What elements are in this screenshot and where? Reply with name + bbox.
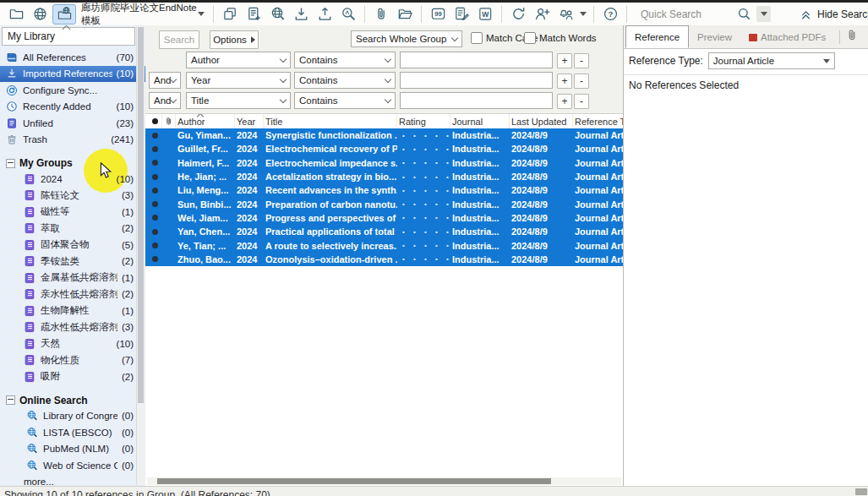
search-button[interactable]: Search (159, 30, 199, 49)
add-search-row-button[interactable]: + (557, 74, 572, 89)
online-item-lista-ebsco[interactable]: LISTA (EBSCO) (0) (0, 424, 145, 441)
tab-attached-pdfs[interactable]: Attached PDFs (740, 26, 834, 48)
open-shared-library-icon[interactable] (29, 5, 51, 24)
col-attachment[interactable] (162, 114, 176, 128)
group-item-萃取[interactable]: 萃取 (2) (0, 221, 145, 237)
open-library-icon[interactable] (5, 5, 27, 24)
col-year[interactable]: Year (235, 114, 264, 128)
group-item-疏水性低共熔溶剂[interactable]: 疏水性低共熔溶剂 (3) (0, 319, 145, 336)
quick-search-options-caret[interactable] (756, 6, 771, 22)
group-item-物化性质[interactable]: 物化性质 (7) (0, 352, 145, 369)
group-item-陈钰论文[interactable]: 陈钰论文 (3) (0, 188, 145, 204)
insert-citation-icon[interactable]: 99 (427, 5, 449, 24)
table-row[interactable]: Zhuo, Bao... 2024 Ozonolysis–oxidation-d… (145, 253, 623, 266)
field-select[interactable]: Author (186, 52, 291, 68)
group-item-天然[interactable]: 天然 (10) (0, 335, 145, 352)
search-scope-select[interactable]: Search Whole Group (351, 30, 462, 47)
table-row[interactable]: Haimerl, F... 2024 Electrochemical imped… (145, 156, 623, 170)
boolean-select[interactable]: And (149, 72, 181, 89)
operator-select[interactable]: Contains (294, 52, 396, 68)
activity-feed-icon[interactable] (554, 5, 576, 24)
add-search-row-button[interactable]: + (557, 53, 572, 68)
more-link[interactable]: more... (0, 474, 145, 487)
sidebar-item-recently-added[interactable]: Recently Added (10) (0, 99, 145, 116)
copy-references-icon[interactable] (219, 5, 241, 24)
format-bibliography-icon[interactable] (450, 5, 472, 24)
search-icon[interactable] (733, 5, 755, 24)
new-reference-icon[interactable] (243, 5, 265, 24)
online-search-icon[interactable] (266, 5, 288, 24)
shared-group-icon[interactable] (52, 4, 76, 25)
find-full-text-icon[interactable] (337, 5, 359, 24)
sidebar-item-all-references[interactable]: All References (70) (0, 49, 145, 66)
group-item-吸附[interactable]: 吸附 (2) (0, 368, 145, 385)
remove-search-row-button[interactable]: - (574, 94, 589, 109)
online-item-library-of-congress[interactable]: Library of Congress (0) (0, 408, 145, 425)
sidebar-item-unfiled[interactable]: Unfiled (23) (0, 115, 145, 132)
table-row[interactable]: Gu, Yiman... 2024 Synergistic functional… (145, 128, 623, 142)
online-item-web-of-science-co[interactable]: Web of Science Co... (0) (0, 457, 145, 474)
sidebar-item-trash[interactable]: Trash (241) (0, 132, 145, 149)
col-unread[interactable] (145, 114, 162, 128)
group-item-生物降解性[interactable]: 生物降解性 (1) (0, 303, 145, 319)
collapse-expander-icon[interactable] (6, 395, 15, 405)
table-row[interactable]: Ye, Tian; ... 2024 A route to selectivel… (145, 238, 623, 252)
attach-file-icon[interactable] (370, 5, 392, 24)
col-rating[interactable]: Rating (397, 114, 450, 128)
online-item-pubmed-nlm[interactable]: PubMed (NLM) (0) (0, 441, 145, 458)
sidebar-item-configure-sync[interactable]: Configure Sync... (0, 82, 145, 99)
online-search-header[interactable]: Online Search (0, 393, 145, 408)
table-row[interactable]: Wei, Jiam... 2024 Progress and perspecti… (145, 211, 623, 225)
operator-select[interactable]: Contains (294, 72, 396, 89)
export-icon[interactable] (314, 5, 336, 24)
match-words-checkbox[interactable] (524, 32, 536, 44)
tab-reference[interactable]: Reference (625, 25, 689, 48)
operator-select[interactable]: Contains (294, 92, 396, 109)
search-term-input[interactable] (400, 72, 553, 89)
quick-search-input[interactable] (639, 8, 731, 21)
group-item-固体聚合物[interactable]: 固体聚合物 (5) (0, 237, 145, 253)
col-reference-type[interactable]: Reference Ty (573, 114, 623, 128)
col-title[interactable]: Title (264, 114, 397, 128)
search-term-input[interactable] (400, 52, 553, 68)
horizontal-scrollbar[interactable] (147, 477, 621, 485)
sync-icon[interactable] (507, 5, 529, 24)
remove-search-row-button[interactable]: - (574, 74, 589, 89)
output-style-selector[interactable]: 廊坊师院毕业论文EndNote模板 (78, 5, 208, 24)
match-case-checkbox[interactable] (471, 32, 483, 44)
col-journal[interactable]: Journal (450, 114, 510, 128)
resize-grip[interactable] (855, 488, 867, 495)
search-term-input[interactable] (400, 92, 553, 109)
sidebar-scrollbar-thumb[interactable] (138, 27, 144, 403)
collapse-caret-icon[interactable] (63, 25, 71, 33)
tab-preview[interactable]: Preview (689, 26, 740, 48)
sidebar-scrollbar[interactable] (136, 26, 145, 485)
horizontal-scrollbar-thumb[interactable] (157, 478, 551, 484)
table-row[interactable]: Guillet, Fr... 2024 Electrochemical reco… (145, 142, 623, 155)
table-row[interactable]: Yan, Chen... 2024 Practical applications… (145, 225, 623, 238)
group-item-亲水性低共熔溶剂[interactable]: 亲水性低共熔溶剂 (2) (0, 286, 145, 303)
reference-type-select[interactable]: Journal Article (708, 52, 835, 69)
library-pane-header[interactable]: My Library (2, 27, 135, 46)
help-icon[interactable]: ? (599, 5, 621, 24)
import-icon[interactable] (290, 5, 312, 24)
my-groups-header[interactable]: My Groups (0, 155, 145, 171)
table-row[interactable]: He, Jian; ... 2024 Acetalization strateg… (145, 170, 623, 183)
word-cwyw-icon[interactable]: W (474, 5, 496, 24)
col-last-updated[interactable]: Last Updated (510, 114, 573, 128)
group-item-金属基低共熔溶剂[interactable]: 金属基低共熔溶剂 (1) (0, 270, 145, 286)
table-row[interactable]: Sun, Binbi... 2024 Preparation of carbon… (145, 197, 623, 210)
group-item-磁性等[interactable]: 磁性等 (1) (0, 204, 145, 221)
hide-search-panel-button[interactable]: Hide Search Panel (800, 8, 868, 20)
add-search-row-button[interactable]: + (557, 94, 572, 109)
remove-search-row-button[interactable]: - (574, 53, 589, 68)
activity-feed-caret[interactable] (578, 5, 588, 24)
field-select[interactable]: Year (186, 72, 291, 89)
col-author[interactable]: Author (176, 114, 235, 128)
sidebar-item-imported-references[interactable]: Imported References (10) (0, 66, 145, 83)
field-select[interactable]: Title (186, 92, 291, 109)
table-row[interactable]: Liu, Meng... 2024 Recent advances in the… (145, 183, 623, 197)
attach-file-icon[interactable] (845, 28, 860, 46)
boolean-select[interactable]: And (149, 92, 181, 109)
group-item-季铵盐类[interactable]: 季铵盐类 (2) (0, 253, 145, 270)
